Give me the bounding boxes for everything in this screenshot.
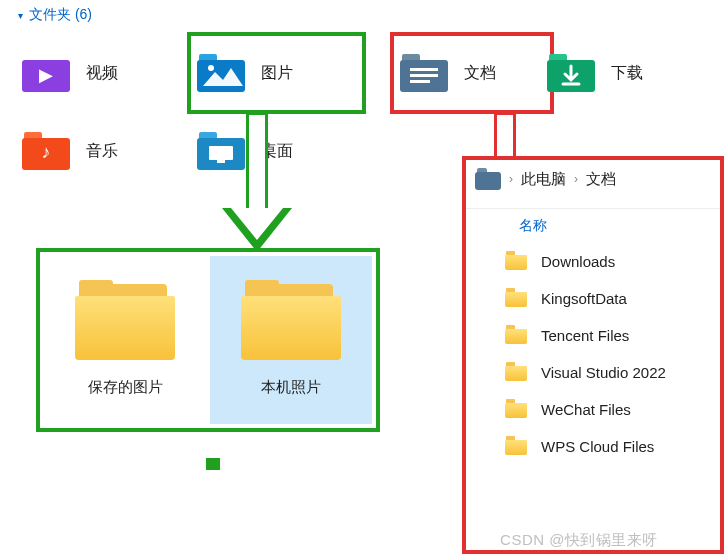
breadcrumb-current[interactable]: 文档 — [586, 170, 616, 189]
folder-icon — [505, 438, 527, 455]
svg-rect-5 — [209, 146, 233, 160]
folder-label: 保存的图片 — [88, 378, 163, 397]
list-item[interactable]: Downloads — [465, 243, 722, 280]
svg-marker-0 — [203, 68, 243, 86]
item-label: WeChat Files — [541, 401, 631, 418]
folder-icon — [505, 364, 527, 381]
folder-label: 本机照片 — [261, 378, 321, 397]
library-label: 桌面 — [261, 141, 293, 162]
svg-point-1 — [208, 65, 214, 71]
videos-icon: ▶ — [22, 49, 70, 97]
list-item[interactable]: Tencent Files — [465, 317, 722, 354]
breadcrumb-sep-icon: › — [509, 172, 513, 186]
library-downloads[interactable]: 下载 — [539, 34, 714, 112]
chevron-down-icon: ▾ — [18, 10, 23, 21]
folder-icon — [505, 327, 527, 344]
library-videos[interactable]: ▶ 视频 — [14, 34, 189, 112]
library-documents[interactable]: 文档 — [392, 34, 552, 112]
watermark: CSDN @快到锅里来呀 — [500, 531, 658, 550]
breadcrumb-sep-icon: › — [574, 172, 578, 186]
library-label: 文档 — [464, 63, 496, 84]
folder-icon — [241, 284, 341, 360]
section-title: 文件夹 (6) — [29, 6, 92, 24]
folder-icon — [505, 290, 527, 307]
documents-folder-view: › 此电脑 › 文档 名称 Downloads KingsoftData Ten… — [464, 158, 722, 552]
svg-marker-8 — [222, 208, 292, 252]
music-icon: ♪ — [22, 127, 70, 175]
svg-rect-6 — [217, 160, 225, 163]
library-pictures[interactable]: 图片 — [189, 34, 364, 112]
item-label: Visual Studio 2022 — [541, 364, 666, 381]
library-label: 视频 — [86, 63, 118, 84]
pictures-icon — [197, 49, 245, 97]
list-item[interactable]: Visual Studio 2022 — [465, 354, 722, 391]
folder-icon — [75, 284, 175, 360]
item-label: KingsoftData — [541, 290, 627, 307]
folder-list: Downloads KingsoftData Tencent Files Vis… — [465, 243, 722, 465]
list-item[interactable]: KingsoftData — [465, 280, 722, 317]
svg-rect-3 — [410, 74, 438, 77]
library-label: 音乐 — [86, 141, 118, 162]
folder-tile[interactable]: 保存的图片 — [44, 256, 206, 424]
folder-tile[interactable]: 本机照片 — [210, 256, 372, 424]
folders-section-header[interactable]: ▾ 文件夹 (6) — [0, 0, 724, 30]
list-item[interactable]: WeChat Files — [465, 391, 722, 428]
column-header-name[interactable]: 名称 — [465, 209, 722, 243]
library-label: 下载 — [611, 63, 643, 84]
breadcrumb[interactable]: › 此电脑 › 文档 — [465, 158, 722, 209]
folder-icon — [505, 253, 527, 270]
pictures-folder-view: 保存的图片 本机照片 — [38, 250, 378, 430]
item-label: Downloads — [541, 253, 615, 270]
library-label: 图片 — [261, 63, 293, 84]
library-desktop[interactable]: 桌面 — [189, 112, 364, 190]
downloads-icon — [547, 49, 595, 97]
svg-rect-2 — [410, 68, 438, 71]
documents-icon — [400, 49, 448, 97]
documents-icon — [475, 168, 501, 190]
svg-marker-10 — [231, 208, 283, 240]
folder-icon — [505, 401, 527, 418]
svg-rect-4 — [410, 80, 430, 83]
annotation-dot — [206, 458, 220, 470]
item-label: Tencent Files — [541, 327, 629, 344]
desktop-icon — [197, 127, 245, 175]
list-item[interactable]: WPS Cloud Files — [465, 428, 722, 465]
item-label: WPS Cloud Files — [541, 438, 654, 455]
library-music[interactable]: ♪ 音乐 — [14, 112, 189, 190]
breadcrumb-root[interactable]: 此电脑 — [521, 170, 566, 189]
